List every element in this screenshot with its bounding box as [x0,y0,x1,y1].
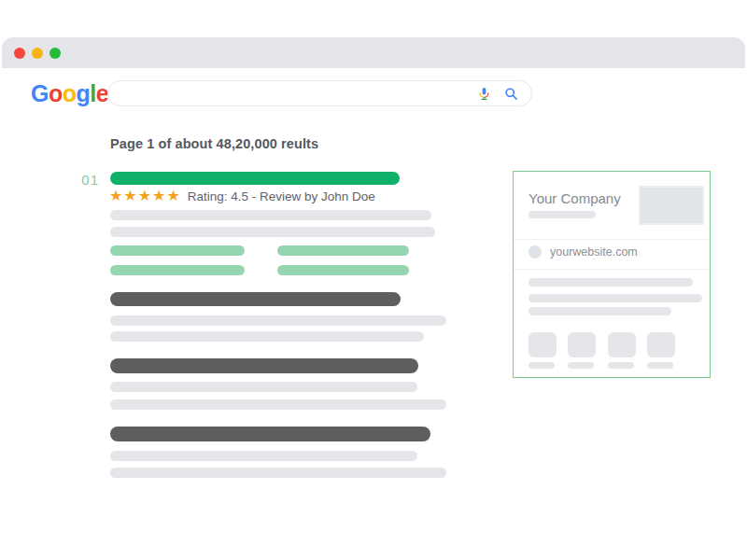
result-text-placeholder [110,468,446,478]
card-thumbnail-placeholder [568,332,596,357]
card-text-placeholder [529,294,702,302]
card-thumbnail-caption-placeholder [608,362,634,369]
sitelink-placeholder[interactable] [277,245,409,256]
result-text-placeholder [110,315,446,326]
website-link[interactable]: yourwebsite.com [529,245,638,259]
browser-window-mockup: Google Page 1 of about 48,20,000 reults … [0,0,747,560]
card-thumbnail-placeholder [647,332,675,357]
result-title-placeholder[interactable] [110,358,418,373]
result-text-placeholder [110,331,424,342]
result-title-placeholder[interactable] [110,292,401,306]
result-title-placeholder[interactable] [110,172,400,185]
card-thumbnail-caption-placeholder [568,362,594,369]
result-text-placeholder [110,210,431,220]
website-url: yourwebsite.com [550,245,638,259]
result-title-placeholder[interactable] [110,427,430,441]
card-thumbnail-caption-placeholder [529,362,555,369]
sitelink-placeholder[interactable] [277,265,409,275]
result-text-placeholder [110,451,417,461]
card-text-placeholder [529,278,693,287]
company-subtitle-placeholder [529,211,596,218]
favicon-placeholder [529,245,542,259]
card-thumbnail-placeholder [608,332,636,357]
knowledge-panel: Your Company yourwebsite.com [513,171,711,378]
result-text-placeholder [110,382,417,392]
card-text-placeholder [529,307,671,315]
company-image-placeholder [639,186,704,225]
sitelink-placeholder[interactable] [110,245,245,256]
sitelink-placeholder[interactable] [110,265,245,275]
card-divider [514,239,710,240]
company-name: Your Company [529,190,621,206]
card-thumbnail-caption-placeholder [647,362,673,369]
card-divider [514,269,710,270]
result-text-placeholder [110,227,435,237]
card-thumbnail-placeholder [529,332,557,357]
result-text-placeholder [110,399,446,410]
